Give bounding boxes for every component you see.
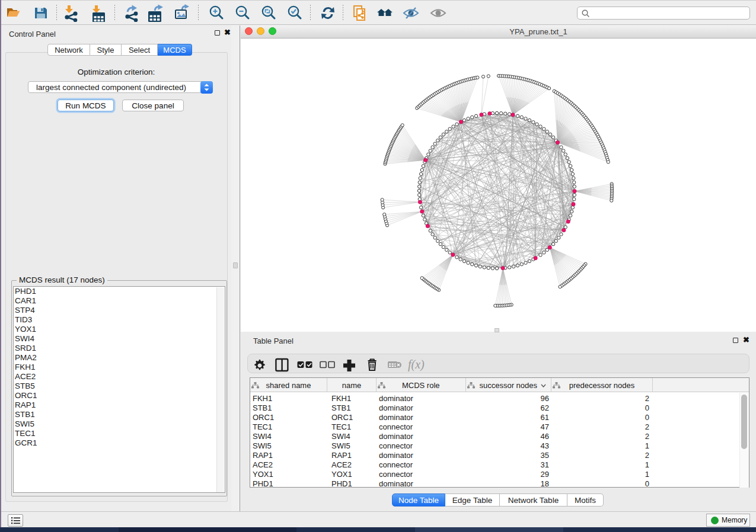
svg-text:f(x): f(x) [408, 358, 425, 371]
